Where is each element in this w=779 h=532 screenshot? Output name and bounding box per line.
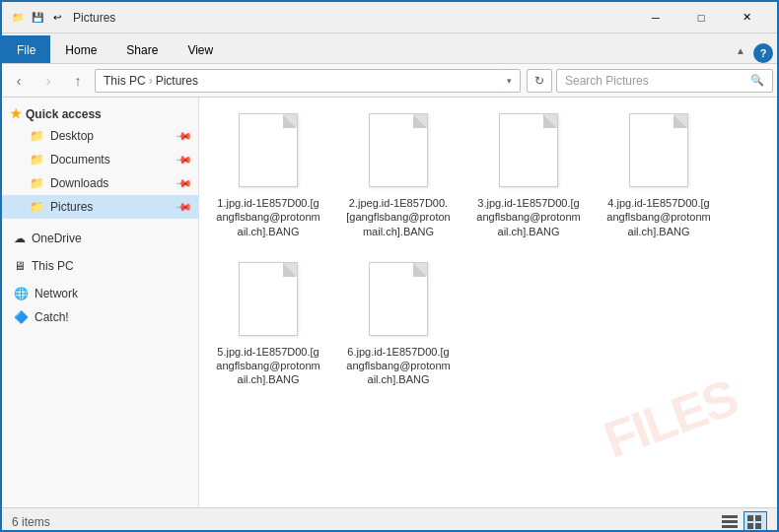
network-icon: 🌐 <box>14 287 29 300</box>
grid-view-icon <box>747 515 763 529</box>
file-fold-2 <box>413 114 427 128</box>
file-fold-5 <box>283 263 297 277</box>
file-name-1: 1.jpg.id-1E857D00.[gangflsbang@protonmai… <box>215 196 321 238</box>
file-item-6[interactable]: 6.jpg.id-1E857D00.[gangflsbang@protonmai… <box>339 256 458 393</box>
folder-downloads-icon: 📁 <box>30 176 44 190</box>
help-button[interactable]: ? <box>753 43 773 63</box>
catch-label: Catch! <box>35 310 69 324</box>
svg-rect-4 <box>755 515 761 521</box>
pin-icon: 📌 <box>174 126 192 145</box>
file-icon-3 <box>494 113 563 192</box>
sidebar-item-thispc[interactable]: 🖥 This PC <box>2 254 198 278</box>
undo-icon: ↩ <box>49 10 65 26</box>
folder-documents-icon: 📁 <box>30 153 44 166</box>
sidebar-item-downloads[interactable]: 📁 Downloads 📌 <box>2 171 198 195</box>
path-pictures: Pictures <box>156 74 198 88</box>
ribbon-collapse-button[interactable]: ▲ <box>728 37 753 63</box>
address-dropdown[interactable]: ▾ <box>499 69 521 93</box>
search-placeholder: Search Pictures <box>565 74 750 88</box>
file-name-5: 5.jpg.id-1E857D00.[gangflsbang@protonmai… <box>215 345 321 387</box>
sidebar-item-catch[interactable]: 🔷 Catch! <box>2 305 198 329</box>
downloads-label: Downloads <box>50 176 108 190</box>
status-bar: 6 items <box>2 507 777 532</box>
view-controls <box>718 511 767 533</box>
quick-access-header[interactable]: ★ Quick access <box>2 101 198 124</box>
sidebar-item-onedrive[interactable]: ☁ OneDrive <box>2 227 198 250</box>
file-item-4[interactable]: 4.jpg.id-1E857D00.[gangflsbang@protonmai… <box>600 107 718 244</box>
path-sep1: › <box>149 74 153 88</box>
sidebar-item-desktop[interactable]: 📁 Desktop 📌 <box>2 124 198 148</box>
file-name-6: 6.jpg.id-1E857D00.[gangflsbang@protonmai… <box>345 345 452 387</box>
file-icon-6 <box>364 262 433 341</box>
search-icon: 🔍 <box>750 74 764 87</box>
ribbon: File Home Share View ▲ ? <box>2 33 777 64</box>
pin-icon-pic: 📌 <box>174 197 192 216</box>
thispc-icon: 🖥 <box>14 259 26 273</box>
file-name-4: 4.jpg.id-1E857D00.[gangflsbang@protonmai… <box>605 196 712 238</box>
svg-rect-6 <box>755 523 761 529</box>
sidebar-item-pictures[interactable]: 📁 Pictures 📌 <box>2 195 198 219</box>
path-thispc: This PC <box>104 74 146 88</box>
tab-share[interactable]: Share <box>111 35 173 63</box>
file-area: FILES 1.jpg.id-1E857D00.[gangflsbang@pro… <box>199 98 777 507</box>
file-icon-1 <box>234 113 303 192</box>
folder-icon: 📁 <box>10 10 26 26</box>
search-box[interactable]: Search Pictures 🔍 <box>556 69 773 93</box>
file-item-5[interactable]: 5.jpg.id-1E857D00.[gangflsbang@protonmai… <box>209 256 327 393</box>
main-area: ★ Quick access 📁 Desktop 📌 📁 Documents 📌… <box>2 98 777 507</box>
svg-rect-2 <box>722 525 738 528</box>
save-icon: 💾 <box>30 10 45 26</box>
grid-view-button[interactable] <box>744 511 767 533</box>
file-item-1[interactable]: 1.jpg.id-1E857D00.[gangflsbang@protonmai… <box>209 107 327 244</box>
forward-button[interactable]: › <box>35 68 61 94</box>
catch-icon: 🔷 <box>14 310 29 324</box>
network-label: Network <box>35 287 78 300</box>
list-view-button[interactable] <box>718 511 742 533</box>
file-fold-4 <box>673 114 687 128</box>
window-controls: ─ □ ✕ <box>633 2 769 33</box>
tab-view[interactable]: View <box>173 35 228 63</box>
maximize-button[interactable]: □ <box>678 2 724 33</box>
file-page-5 <box>239 262 298 336</box>
item-count: 6 items <box>12 515 50 529</box>
pin-icon-docs: 📌 <box>174 150 192 168</box>
file-item-2[interactable]: 2.jpeg.id-1E857D00.[gangflsbang@protonma… <box>339 107 458 244</box>
title-bar-icons: 📁 💾 ↩ <box>10 10 65 26</box>
documents-label: Documents <box>50 153 110 166</box>
file-fold-3 <box>543 114 557 128</box>
ribbon-tabs: File Home Share View ▲ ? <box>2 33 777 63</box>
refresh-button[interactable]: ↻ <box>527 69 552 93</box>
close-button[interactable]: ✕ <box>724 2 769 33</box>
pictures-label: Pictures <box>50 200 93 214</box>
file-icon-2 <box>364 113 433 192</box>
quick-access-label: Quick access <box>26 107 102 121</box>
file-page-3 <box>499 113 558 187</box>
back-button[interactable]: ‹ <box>6 68 32 94</box>
sidebar: ★ Quick access 📁 Desktop 📌 📁 Documents 📌… <box>2 98 199 507</box>
address-bar: ‹ › ↑ This PC › Pictures ▾ ↻ Search Pict… <box>2 64 777 98</box>
file-icon-4 <box>624 113 693 192</box>
desktop-label: Desktop <box>50 129 94 143</box>
onedrive-icon: ☁ <box>14 232 26 245</box>
file-page-2 <box>369 113 428 187</box>
title-bar: 📁 💾 ↩ Pictures ─ □ ✕ <box>2 2 777 33</box>
sidebar-item-network[interactable]: 🌐 Network <box>2 282 198 305</box>
up-button[interactable]: ↑ <box>65 68 91 94</box>
file-icon-5 <box>234 262 303 341</box>
file-page-6 <box>369 262 428 336</box>
address-path[interactable]: This PC › Pictures <box>95 69 500 93</box>
tab-home[interactable]: Home <box>50 35 111 63</box>
file-item-3[interactable]: 3.jpg.id-1E857D00.[gangflsbang@protonmai… <box>469 107 588 244</box>
thispc-label: This PC <box>32 259 74 273</box>
minimize-button[interactable]: ─ <box>633 2 678 33</box>
file-fold-1 <box>283 114 297 128</box>
onedrive-label: OneDrive <box>32 232 82 245</box>
window-title: Pictures <box>73 11 633 25</box>
pin-icon-dl: 📌 <box>174 173 192 192</box>
sidebar-item-documents[interactable]: 📁 Documents 📌 <box>2 148 198 171</box>
tab-file[interactable]: File <box>2 35 50 63</box>
file-grid: 1.jpg.id-1E857D00.[gangflsbang@protonmai… <box>209 107 767 393</box>
star-icon: ★ <box>10 106 22 121</box>
file-name-2: 2.jpeg.id-1E857D00.[gangflsbang@protonma… <box>345 196 452 238</box>
folder-desktop-icon: 📁 <box>30 129 44 143</box>
